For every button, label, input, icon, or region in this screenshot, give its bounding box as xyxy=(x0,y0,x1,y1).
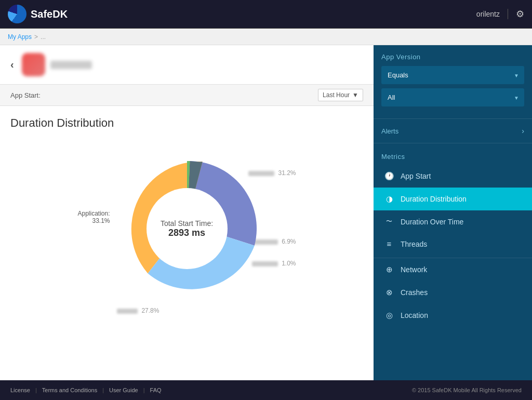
username: orilentz xyxy=(476,10,500,18)
footer-terms-link[interactable]: Terms and Conditions xyxy=(42,387,97,393)
app-nav-header: ‹ xyxy=(0,45,374,85)
sidebar-item-app-start[interactable]: 🕐 App Start xyxy=(374,165,532,188)
logo-text: SafeDK xyxy=(31,8,68,20)
crashes-icon: ⊗ xyxy=(384,288,394,297)
donut-chart: Total Start Time: 2893 ms xyxy=(114,156,260,301)
breadcrumb-current: ... xyxy=(41,33,46,41)
back-button[interactable]: ‹ xyxy=(10,59,14,71)
sidebar: App Version Equals Not Equals All 1.0 1.… xyxy=(374,45,532,380)
sidebar-app-version: App Version Equals Not Equals All 1.0 1.… xyxy=(374,45,532,119)
settings-icon[interactable]: ⚙ xyxy=(516,8,524,20)
duration-over-time-icon: 〜 xyxy=(384,217,394,226)
sidebar-item-location[interactable]: ◎ Location xyxy=(374,304,532,327)
footer-user-guide-link[interactable]: User Guide xyxy=(109,387,138,393)
content-area: ‹ App Start: Last Hour ▼ Duration Distri… xyxy=(0,45,374,380)
sidebar-item-network[interactable]: ⊕ Network xyxy=(374,258,532,281)
chart-title: Duration Distribution xyxy=(10,116,363,130)
chart-section: Duration Distribution Application: 33.1%… xyxy=(0,106,374,327)
app-start-label: App Start xyxy=(401,172,431,180)
footer-license-link[interactable]: License xyxy=(10,387,30,393)
label-278: 27.8% xyxy=(117,307,159,314)
sidebar-item-crashes[interactable]: ⊗ Crashes xyxy=(374,281,532,304)
network-label: Network xyxy=(401,265,427,274)
svg-point-0 xyxy=(147,188,228,269)
duration-over-time-label: Duration Over Time xyxy=(401,218,463,226)
breadcrumb: My Apps > ... xyxy=(0,29,532,45)
footer-faq-link[interactable]: FAQ xyxy=(150,387,162,393)
alerts-title: Alerts xyxy=(381,127,398,135)
filter-bar: App Start: Last Hour ▼ xyxy=(0,85,374,106)
logo-icon xyxy=(8,5,26,23)
sidebar-item-duration-distribution[interactable]: ◑ Duration Distribution xyxy=(374,188,532,210)
metrics-title: Metrics xyxy=(374,149,532,165)
sidebar-item-duration-over-time[interactable]: 〜 Duration Over Time xyxy=(374,210,532,233)
location-label: Location xyxy=(401,311,428,319)
breadcrumb-separator: > xyxy=(34,33,38,41)
footer-links: License | Terms and Conditions | User Gu… xyxy=(10,387,162,393)
alerts-section[interactable]: Alerts › xyxy=(374,119,532,143)
version-value-select[interactable]: All 1.0 1.1 2.0 xyxy=(381,88,524,106)
location-icon: ◎ xyxy=(384,311,394,320)
breadcrumb-my-apps[interactable]: My Apps xyxy=(8,33,32,41)
app-name xyxy=(50,61,92,69)
network-icon: ⊕ xyxy=(384,265,394,274)
filter-label: App Start: xyxy=(10,91,41,99)
main-container: ‹ App Start: Last Hour ▼ Duration Distri… xyxy=(0,45,532,380)
alerts-chevron-icon: › xyxy=(522,127,524,135)
duration-distribution-label: Duration Distribution xyxy=(401,195,467,203)
app-start-icon: 🕐 xyxy=(384,171,394,181)
equals-select-wrapper: Equals Not Equals xyxy=(381,66,524,84)
app-header: SafeDK orilentz ⚙ xyxy=(0,0,532,29)
threads-icon: ≡ xyxy=(384,239,394,248)
header-divider xyxy=(508,9,508,19)
time-filter[interactable]: Last Hour ▼ xyxy=(318,89,363,101)
time-filter-arrow: ▼ xyxy=(352,91,358,99)
footer-copyright: © 2015 SafeDK Mobile All Rights Reserved xyxy=(412,387,522,393)
metrics-section: Metrics 🕐 App Start ◑ Duration Distribut… xyxy=(374,143,532,332)
version-operator-select[interactable]: Equals Not Equals xyxy=(381,66,524,84)
donut-chart-container: Application: 33.1% 31.2% 6.9% xyxy=(10,140,363,317)
sidebar-item-threads[interactable]: ≡ Threads xyxy=(374,233,532,255)
app-version-title: App Version xyxy=(381,53,524,61)
duration-distribution-icon: ◑ xyxy=(384,194,394,204)
header-right: orilentz ⚙ xyxy=(476,8,524,20)
label-application: Application: 33.1% xyxy=(78,210,110,224)
threads-label: Threads xyxy=(401,240,427,248)
time-filter-value: Last Hour xyxy=(323,91,350,99)
logo: SafeDK xyxy=(8,5,68,23)
crashes-label: Crashes xyxy=(401,288,428,297)
app-icon xyxy=(22,53,45,76)
version-value-select-wrapper: All 1.0 1.1 2.0 xyxy=(381,88,524,106)
footer: License | Terms and Conditions | User Gu… xyxy=(0,380,532,400)
